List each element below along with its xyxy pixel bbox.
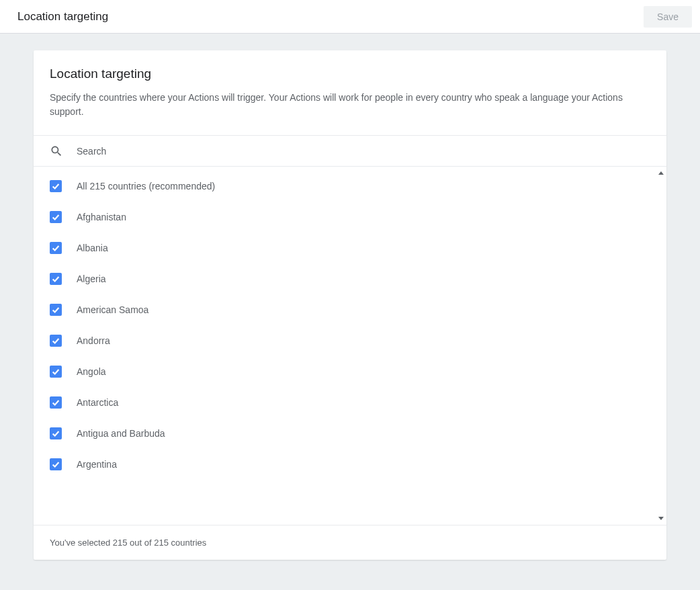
checkbox-icon[interactable]	[50, 427, 62, 439]
search-icon	[50, 144, 63, 158]
list-item-label: Antarctica	[77, 397, 118, 408]
search-input[interactable]	[77, 146, 650, 157]
location-targeting-card: Location targeting Specify the countries…	[34, 50, 666, 560]
list-item-label: Angola	[77, 366, 106, 377]
list-item[interactable]: Algeria	[34, 263, 666, 294]
list-item-label: American Samoa	[77, 304, 148, 315]
content-area: Location targeting Specify the countries…	[0, 34, 700, 577]
checkbox-icon[interactable]	[50, 335, 62, 347]
search-row	[34, 136, 666, 167]
list-item-label: Algeria	[77, 273, 106, 284]
checkbox-icon[interactable]	[50, 273, 62, 285]
list-item[interactable]: All 215 countries (recommended)	[34, 171, 666, 202]
card-title: Location targeting	[50, 67, 650, 81]
list-item[interactable]: Angola	[34, 356, 666, 387]
list-item[interactable]: American Samoa	[34, 294, 666, 325]
list-item-label: Andorra	[77, 335, 110, 346]
list-item-label: Afghanistan	[77, 212, 126, 222]
checkbox-icon[interactable]	[50, 396, 62, 409]
selection-status: You've selected 215 out of 215 countries	[34, 525, 666, 560]
checkbox-icon[interactable]	[50, 304, 62, 316]
checkbox-icon[interactable]	[50, 366, 62, 378]
list-item-label: Albania	[77, 243, 108, 253]
page-header: Location targeting Save	[0, 0, 700, 34]
list-container: All 215 countries (recommended)Afghanist…	[34, 167, 666, 525]
card-description: Specify the countries where your Actions…	[50, 91, 650, 119]
country-list[interactable]: All 215 countries (recommended)Afghanist…	[34, 167, 666, 525]
list-item[interactable]: Andorra	[34, 325, 666, 356]
page-title: Location targeting	[17, 10, 108, 24]
checkbox-icon[interactable]	[50, 180, 62, 192]
list-item-label: All 215 countries (recommended)	[77, 181, 215, 192]
list-item-label: Argentina	[77, 459, 117, 470]
list-item[interactable]: Antigua and Barbuda	[34, 418, 666, 449]
card-header: Location targeting Specify the countries…	[34, 50, 666, 136]
list-item-label: Antigua and Barbuda	[77, 428, 165, 439]
list-item[interactable]: Antarctica	[34, 387, 666, 418]
list-item[interactable]: Argentina	[34, 449, 666, 480]
list-item[interactable]: Afghanistan	[34, 202, 666, 233]
list-item[interactable]: Albania	[34, 233, 666, 263]
save-button[interactable]: Save	[644, 6, 692, 28]
checkbox-icon[interactable]	[50, 242, 62, 254]
checkbox-icon[interactable]	[50, 458, 62, 470]
checkbox-icon[interactable]	[50, 211, 62, 223]
